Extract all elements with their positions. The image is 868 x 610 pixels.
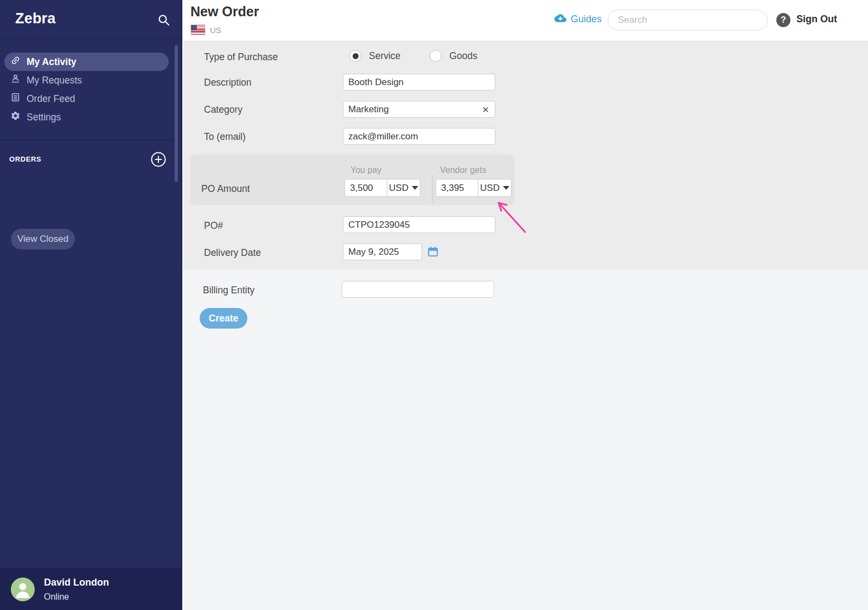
sidebar-item-settings[interactable]: Settings bbox=[4, 108, 169, 126]
cloud-download-icon bbox=[554, 14, 566, 25]
goods-radio[interactable] bbox=[430, 50, 442, 62]
you-pay-currency-select[interactable]: USD bbox=[387, 179, 420, 197]
type-of-purchase-label: Type of Purchase bbox=[204, 52, 278, 63]
currency-divider bbox=[432, 175, 433, 202]
user-info: David London Online bbox=[44, 577, 109, 602]
type-of-purchase-radios: Service Goods bbox=[349, 50, 477, 62]
sign-out-button[interactable]: Sign Out bbox=[796, 14, 837, 25]
app-window: Zebra My Activity My Requests Order Feed bbox=[0, 0, 868, 610]
view-closed-button[interactable]: View Closed bbox=[11, 229, 75, 249]
you-pay-amount-input[interactable] bbox=[344, 179, 387, 197]
brand-logo: Zebra bbox=[15, 10, 56, 27]
you-pay-label: You pay bbox=[350, 165, 381, 175]
delivery-date-input[interactable] bbox=[343, 243, 422, 260]
category-label: Category bbox=[204, 104, 242, 115]
sidebar-divider bbox=[0, 38, 181, 39]
sidebar-item-label: Settings bbox=[27, 112, 61, 123]
goods-radio-label: Goods bbox=[449, 50, 477, 62]
search-icon[interactable] bbox=[157, 14, 170, 27]
po-number-input[interactable] bbox=[343, 216, 495, 233]
vendor-gets-currency-value: USD bbox=[480, 183, 500, 194]
category-input[interactable] bbox=[343, 101, 495, 118]
po-amount-box: PO Amount You pay USD Vendor gets USD bbox=[190, 155, 514, 205]
order-form: Type of Purchase Service Goods Descripti… bbox=[183, 41, 868, 269]
region-label: US bbox=[210, 25, 221, 35]
clear-category-icon[interactable]: × bbox=[482, 104, 489, 115]
guides-link[interactable]: Guides bbox=[554, 14, 602, 25]
avatar bbox=[11, 577, 35, 601]
chevron-down-icon bbox=[412, 186, 418, 190]
user-bar[interactable]: David London Online bbox=[0, 568, 181, 610]
you-pay-currency-value: USD bbox=[389, 183, 409, 194]
delivery-date-label: Delivery Date bbox=[204, 247, 261, 259]
calendar-icon[interactable] bbox=[427, 246, 438, 259]
page-header: New Order US Guides ? Sign Out bbox=[183, 0, 868, 41]
gear-icon bbox=[10, 111, 21, 124]
page-title: New Order bbox=[190, 4, 259, 20]
sidebar-divider bbox=[0, 140, 181, 140]
user-status: Online bbox=[44, 592, 109, 602]
sidebar-item-label: Order Feed bbox=[27, 93, 75, 105]
service-radio-label: Service bbox=[369, 50, 400, 62]
sidebar-item-order-feed[interactable]: Order Feed bbox=[4, 89, 169, 108]
us-flag-icon bbox=[191, 25, 205, 35]
sidebar-item-my-requests[interactable]: My Requests bbox=[4, 71, 169, 89]
region-indicator: US bbox=[191, 25, 221, 35]
vendor-gets-group: USD bbox=[436, 179, 512, 197]
description-input[interactable] bbox=[343, 74, 495, 91]
to-email-label: To (email) bbox=[204, 131, 246, 143]
header-search-input[interactable] bbox=[608, 10, 768, 30]
sidebar-item-my-activity[interactable]: My Activity bbox=[4, 53, 169, 71]
vendor-gets-label: Vendor gets bbox=[440, 165, 486, 175]
person-stamp-icon bbox=[10, 74, 21, 87]
sidebar-item-label: My Activity bbox=[27, 56, 76, 68]
orders-section-label: ORDERS bbox=[9, 155, 41, 163]
sidebar-item-label: My Requests bbox=[27, 75, 82, 86]
chevron-down-icon bbox=[503, 186, 509, 190]
vendor-gets-currency-select[interactable]: USD bbox=[478, 179, 512, 197]
help-icon[interactable]: ? bbox=[776, 13, 790, 27]
user-name: David London bbox=[44, 577, 109, 588]
billing-entity-label: Billing Entity bbox=[203, 285, 254, 296]
you-pay-group: USD bbox=[344, 179, 420, 197]
document-icon bbox=[10, 92, 21, 105]
po-number-label: PO# bbox=[204, 220, 223, 232]
link-icon bbox=[10, 55, 21, 68]
sidebar: Zebra My Activity My Requests Order Feed bbox=[0, 0, 182, 610]
sidebar-scrollbar[interactable] bbox=[175, 45, 178, 182]
billing-entity-input[interactable] bbox=[342, 281, 494, 298]
to-email-input[interactable] bbox=[343, 128, 495, 145]
guides-label: Guides bbox=[571, 14, 602, 25]
description-label: Description bbox=[204, 77, 252, 88]
service-radio[interactable] bbox=[349, 50, 361, 62]
vendor-gets-amount-input[interactable] bbox=[436, 179, 478, 197]
create-button[interactable]: Create bbox=[200, 308, 247, 329]
add-order-button[interactable] bbox=[151, 152, 166, 167]
po-amount-label: PO Amount bbox=[201, 183, 250, 195]
